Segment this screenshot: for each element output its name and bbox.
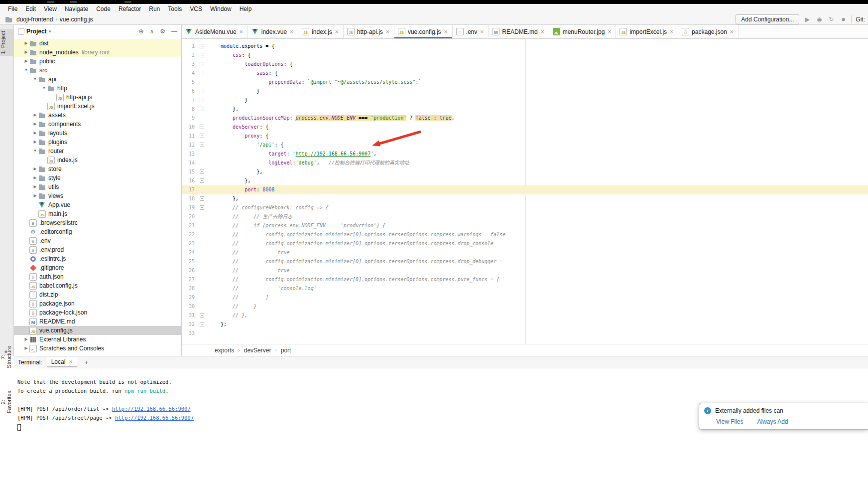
- chevron-down-icon[interactable]: ▼: [23, 66, 29, 75]
- code-line-19[interactable]: 19− // configureWebpack: config => {: [182, 203, 868, 212]
- line-number[interactable]: 3: [182, 60, 197, 69]
- line-number[interactable]: 13: [182, 150, 197, 159]
- tool-window-project-button[interactable]: 1: Project: [0, 29, 14, 56]
- tab-vue-config-js[interactable]: vue.config.js×: [394, 25, 453, 38]
- code-line-15[interactable]: 15− },: [182, 167, 868, 176]
- menu-navigate[interactable]: Navigate: [61, 4, 92, 13]
- menu-tools[interactable]: Tools: [164, 4, 186, 13]
- fold-marker-icon[interactable]: −: [200, 107, 204, 111]
- tree-item-node-modules[interactable]: ▶node_moduleslibrary root: [14, 48, 181, 57]
- code-line-31[interactable]: 31− // },: [182, 311, 868, 320]
- tree-item-api[interactable]: ▼api: [14, 75, 181, 84]
- code-line-26[interactable]: 26 // true: [182, 266, 868, 275]
- line-number[interactable]: 33: [182, 329, 197, 338]
- line-number[interactable]: 5: [182, 78, 197, 87]
- code-line-12[interactable]: 12− '/api': {: [182, 141, 868, 150]
- tree-item-components[interactable]: ▶components: [14, 120, 181, 129]
- code-line-23[interactable]: 23 // config.optimization.minimizer[0].o…: [182, 239, 868, 248]
- line-number[interactable]: 28: [182, 284, 197, 293]
- line-number[interactable]: 1: [182, 42, 197, 51]
- code-line-9[interactable]: 9 productionSourceMap: process.env.NODE_…: [182, 114, 868, 123]
- code-line-11[interactable]: 11− proxy: {: [182, 132, 868, 141]
- line-number[interactable]: 8: [182, 105, 197, 114]
- line-number[interactable]: 20: [182, 212, 197, 221]
- line-number[interactable]: 14: [182, 159, 197, 167]
- chevron-right-icon[interactable]: ▶: [32, 182, 38, 191]
- tree-item-style[interactable]: ▶style: [14, 173, 181, 182]
- code-line-21[interactable]: 21 // if (process.env.NODE_ENV === 'prod…: [182, 221, 868, 230]
- line-number[interactable]: 15: [182, 167, 197, 176]
- close-icon[interactable]: ×: [479, 28, 485, 35]
- menu-window[interactable]: Window: [206, 4, 236, 13]
- line-number[interactable]: 11: [182, 132, 197, 141]
- code-line-4[interactable]: 4− sass: {: [182, 69, 868, 78]
- fold-marker-icon[interactable]: −: [200, 196, 204, 201]
- code-line-24[interactable]: 24 // true: [182, 248, 868, 257]
- fold-marker-icon[interactable]: −: [200, 322, 204, 326]
- chevron-down-icon[interactable]: ▼: [32, 147, 38, 156]
- tree-item-gitignore[interactable]: .gitignore: [14, 263, 181, 272]
- tab-env[interactable]: .env×: [453, 25, 489, 38]
- line-number[interactable]: 31: [182, 311, 197, 320]
- tree-item-assets[interactable]: ▶assets: [14, 111, 181, 120]
- line-number[interactable]: 18: [182, 194, 197, 203]
- collapse-all-icon[interactable]: ∧: [149, 28, 154, 35]
- tree-item-layouts[interactable]: ▶layouts: [14, 129, 181, 138]
- project-panel-title[interactable]: Project: [26, 28, 47, 35]
- menu-run[interactable]: Run: [145, 4, 164, 13]
- gear-icon[interactable]: ⚙: [160, 28, 165, 35]
- locate-file-icon[interactable]: ⊕: [138, 28, 143, 35]
- line-number[interactable]: 16: [182, 176, 197, 185]
- tree-item-store[interactable]: ▶store: [14, 164, 181, 173]
- fold-marker-icon[interactable]: −: [200, 62, 204, 66]
- fold-marker-icon[interactable]: −: [200, 71, 204, 75]
- breadcrumb-exports[interactable]: exports: [215, 347, 234, 354]
- line-number[interactable]: 23: [182, 239, 197, 248]
- menu-help[interactable]: Help: [236, 4, 256, 13]
- menu-edit[interactable]: Edit: [21, 4, 40, 13]
- line-number[interactable]: 19: [182, 203, 197, 212]
- terminal-link[interactable]: http://192.168.66.56:9007: [112, 406, 191, 412]
- close-icon[interactable]: ×: [540, 28, 545, 35]
- line-number[interactable]: 10: [182, 123, 197, 132]
- tab-http-api-js[interactable]: http-api.js×: [344, 25, 394, 38]
- tab-index-vue[interactable]: index.vue×: [248, 25, 298, 38]
- close-icon[interactable]: ×: [443, 28, 449, 35]
- line-number[interactable]: 32: [182, 320, 197, 329]
- chevron-down-icon[interactable]: ▾: [49, 29, 51, 34]
- chevron-right-icon[interactable]: ▶: [32, 191, 38, 200]
- tree-item-index-js[interactable]: index.js: [14, 156, 181, 164]
- fold-marker-icon[interactable]: −: [200, 44, 204, 48]
- tree-item-env-prod[interactable]: .env.prod: [14, 245, 181, 254]
- terminal-link[interactable]: http://192.168.66.56:9007: [115, 415, 194, 421]
- code-line-27[interactable]: 27 // config.optimization.minimizer[0].o…: [182, 275, 868, 284]
- line-number[interactable]: 12: [182, 141, 197, 150]
- chevron-right-icon[interactable]: ▶: [23, 335, 29, 344]
- tree-item-http[interactable]: ▼http: [14, 84, 181, 93]
- tree-item-router[interactable]: ▼router: [14, 147, 181, 156]
- chevron-right-icon[interactable]: ▶: [23, 344, 29, 353]
- fold-marker-icon[interactable]: −: [200, 143, 204, 147]
- chevron-right-icon[interactable]: ▶: [32, 173, 38, 182]
- tree-item-dist[interactable]: ▶dist: [14, 39, 181, 48]
- chevron-right-icon[interactable]: ▶: [32, 111, 38, 120]
- chevron-down-icon[interactable]: ▼: [32, 75, 38, 84]
- code-line-32[interactable]: 32−};: [182, 320, 868, 329]
- close-icon[interactable]: ×: [729, 28, 735, 35]
- tree-item-babel-config-js[interactable]: babel.config.js: [14, 281, 181, 290]
- code-area[interactable]: 1−module.exports = {2− css: {3− loaderOp…: [182, 39, 868, 344]
- favorites-star-icon[interactable]: ★: [3, 348, 8, 355]
- add-configuration-button[interactable]: Add Configuration...: [736, 14, 799, 24]
- chevron-right-icon[interactable]: ▶: [23, 48, 29, 57]
- tree-item-scratches-and-consoles[interactable]: ▶Scratches and Consoles: [14, 344, 181, 353]
- tool-window-structure-button[interactable]: 7: Structure: [0, 344, 14, 370]
- fold-marker-icon[interactable]: −: [200, 125, 204, 129]
- line-number[interactable]: 25: [182, 257, 197, 266]
- debug-icon[interactable]: ◉: [815, 16, 823, 23]
- tab-readme-md[interactable]: README.md×: [489, 25, 549, 38]
- line-number[interactable]: 7: [182, 96, 197, 105]
- terminal-tab-local[interactable]: Local ×: [47, 357, 78, 367]
- tab-asidemenu-vue[interactable]: AsideMenu.vue×: [182, 25, 248, 38]
- code-line-1[interactable]: 1−module.exports = {: [182, 42, 868, 51]
- line-number[interactable]: 30: [182, 302, 197, 311]
